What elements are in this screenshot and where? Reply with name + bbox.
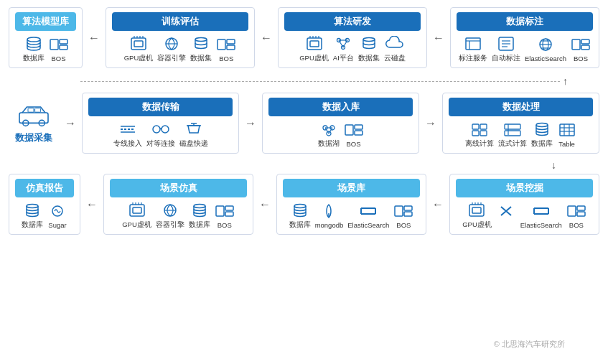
svg-rect-3 — [60, 45, 67, 50]
arrow-scenemine-to-scenelib: ← — [432, 174, 444, 235]
elastic3-item: ElasticSearch — [520, 202, 562, 229]
arrow-scenelib-to-simsim: ← — [259, 174, 271, 235]
svg-rect-72 — [560, 124, 574, 136]
bos5-item: BOS — [215, 202, 235, 229]
p2p-item: 对等连接 — [146, 121, 175, 149]
arrow-dev-to-train: ← — [261, 7, 272, 68]
bos6-item: BOS — [393, 202, 413, 229]
svg-line-26 — [339, 40, 343, 47]
scene-mine-box: 场景挖掘 GPU虚机 — [449, 174, 599, 235]
data-ingest-box: 数据入库 数据湖 BOS — [262, 93, 419, 154]
svg-rect-80 — [133, 207, 141, 213]
svg-rect-66 — [472, 131, 479, 136]
clouddisk-icon — [385, 35, 405, 52]
leased-icon — [118, 121, 138, 138]
datalake-icon — [319, 121, 339, 138]
svg-rect-13 — [218, 39, 225, 50]
svg-rect-4 — [131, 38, 146, 50]
x-item — [496, 202, 516, 229]
gpu3-item: GPU虚机 — [122, 202, 151, 230]
database-icon — [24, 35, 44, 52]
svg-rect-62 — [355, 125, 363, 129]
svg-point-0 — [27, 37, 40, 42]
svg-rect-14 — [227, 39, 235, 44]
car-icon — [17, 103, 51, 129]
mongodb-item: mongodb — [315, 202, 344, 229]
scene-sim-header: 场景仿真 — [110, 179, 247, 197]
bos7-icon — [566, 202, 586, 220]
ai-icon — [333, 35, 353, 52]
data-trans-header: 数据传输 — [88, 98, 233, 116]
svg-rect-64 — [472, 124, 479, 129]
stream-item: 流式计算 — [498, 121, 527, 149]
bos-icon-item: BOS — [49, 36, 69, 62]
db-proc-item: 数据库 — [531, 121, 553, 149]
bos5-icon — [215, 202, 235, 220]
data-trans-box: 数据传输 专线接入 对等连接 — [82, 93, 239, 154]
svg-point-71 — [536, 123, 548, 127]
svg-rect-5 — [134, 41, 143, 47]
svg-rect-1 — [50, 39, 58, 50]
svg-rect-15 — [227, 45, 235, 50]
gpu2-item: GPU虚机 — [299, 35, 329, 63]
svg-rect-43 — [581, 45, 589, 50]
data-ingest-header: 数据入库 — [268, 98, 413, 116]
watermark: © 北思海汽车研究所 — [494, 339, 565, 350]
x-icon — [496, 202, 516, 220]
dataset-icon — [191, 35, 211, 52]
svg-rect-29 — [466, 38, 480, 50]
sim-report-box: 仿真报告 数据库 Sugar — [9, 174, 80, 235]
bos2-item: BOS — [216, 36, 236, 62]
sugar-icon — [47, 202, 67, 220]
svg-rect-99 — [404, 212, 412, 216]
svg-point-28 — [363, 38, 375, 42]
scene-lib-box: 场景库 数据库 mongodb — [276, 174, 426, 235]
db4-item: 数据库 — [289, 202, 311, 230]
gpu2-icon — [304, 35, 324, 52]
svg-rect-89 — [225, 206, 233, 210]
svg-point-53 — [162, 126, 169, 133]
arrow-trans-to-ingest: → — [245, 117, 256, 130]
arrow-ingest-to-proc: → — [425, 117, 436, 130]
labelservice-icon — [463, 35, 483, 52]
training-header: 训练评估 — [112, 12, 248, 31]
svg-rect-98 — [404, 206, 412, 210]
ai-item: AI平台 — [333, 35, 354, 63]
data-collection-box: 数据采集 — [9, 100, 59, 147]
db-icon-item: 数据库 — [23, 35, 45, 63]
container-item: 容器引擎 — [157, 35, 186, 63]
svg-point-52 — [153, 126, 160, 133]
bos7-item: BOS — [566, 202, 586, 229]
container-icon — [162, 35, 182, 52]
svg-rect-113 — [577, 206, 585, 210]
svg-rect-114 — [577, 212, 585, 216]
svg-rect-63 — [355, 131, 363, 135]
sim-report-header: 仿真报告 — [15, 179, 74, 197]
table-icon — [557, 121, 577, 139]
offline-item: 离线计算 — [465, 121, 494, 149]
svg-rect-2 — [60, 39, 67, 44]
svg-rect-17 — [310, 41, 319, 47]
svg-rect-48 — [35, 108, 41, 112]
training-box: 训练评估 GPU虚机 容器引擎 — [106, 7, 255, 68]
offline-icon — [469, 121, 490, 138]
svg-rect-101 — [472, 207, 481, 213]
svg-rect-79 — [130, 205, 144, 216]
svg-rect-67 — [480, 131, 487, 136]
autolabel-item: 自动标注 — [492, 35, 520, 63]
bos6-icon — [393, 202, 413, 220]
container2-item: 容器引擎 — [156, 202, 184, 230]
elastic2-icon — [358, 202, 378, 220]
svg-rect-41 — [572, 39, 580, 50]
scene-lib-header: 场景库 — [283, 179, 420, 197]
gpu-icon — [128, 35, 149, 52]
sugar-item: Sugar — [47, 202, 67, 229]
mongodb-icon — [319, 202, 339, 220]
svg-line-27 — [343, 40, 347, 47]
data-label-header: 数据标注 — [457, 12, 593, 31]
data-proc-box: 数据处理 离线计算 流式计算 — [442, 93, 599, 154]
svg-rect-61 — [345, 125, 353, 135]
db2-icon — [22, 202, 42, 219]
dataset2-icon — [359, 35, 379, 52]
table-item: Table — [557, 121, 577, 148]
